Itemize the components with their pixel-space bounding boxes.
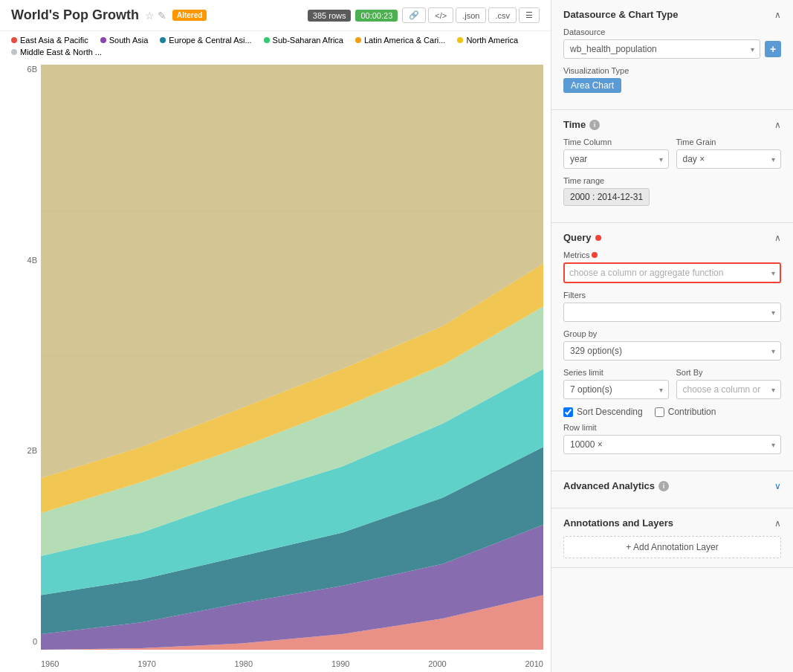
legend-label: Middle East & North ... xyxy=(20,48,102,56)
x-axis-label: 1960 xyxy=(41,659,59,668)
sort-by-field: Sort By choose a column or a... xyxy=(676,368,782,399)
chart-header: World's Pop Growth ☆ ✎ Altered 385 rows … xyxy=(0,0,551,31)
legend-item: Latin America & Cari... xyxy=(355,36,445,45)
time-grain-select[interactable]: day × xyxy=(676,149,782,169)
row-limit-label: Row limit xyxy=(563,423,781,432)
legend-label: East Asia & Pacific xyxy=(20,36,88,45)
y-axis-label: 4B xyxy=(27,256,37,265)
edit-icon[interactable]: ✎ xyxy=(158,10,166,22)
chart-area: 6B4B2B0 196019701980199020002010 xyxy=(0,61,551,672)
query-section-header[interactable]: Query ∧ xyxy=(563,232,781,243)
metrics-field: Metrics choose a column or aggregate fun… xyxy=(563,251,781,283)
title-icons: ☆ ✎ xyxy=(145,10,166,22)
time-range-label: Time range xyxy=(563,176,781,185)
advanced-analytics-header[interactable]: Advanced Analytics i ∨ xyxy=(563,480,781,491)
advanced-analytics-info-icon: i xyxy=(658,481,669,491)
sort-descending-checkbox[interactable] xyxy=(563,407,573,417)
advanced-analytics-title: Advanced Analytics i xyxy=(563,480,669,491)
menu-button[interactable]: ☰ xyxy=(519,7,540,23)
annotations-chevron-icon: ∧ xyxy=(774,518,781,529)
metrics-label: Metrics xyxy=(563,251,781,259)
legend-label: Europe & Central Asi... xyxy=(169,36,251,45)
legend-item: Middle East & North ... xyxy=(11,48,102,56)
legend-label: Latin America & Cari... xyxy=(364,36,445,45)
legend-item: South Asia xyxy=(100,36,149,45)
json-button[interactable]: .json xyxy=(456,7,486,23)
time-range-badge[interactable]: 2000 : 2014-12-31 xyxy=(563,188,650,206)
annotations-section: Annotations and Layers ∧ + Add Annotatio… xyxy=(551,508,793,568)
chart-svg xyxy=(41,65,543,650)
sort-descending-label: Sort Descending xyxy=(577,407,643,417)
time-range-field: Time range 2000 : 2014-12-31 xyxy=(563,176,781,206)
sort-by-select-wrapper: choose a column or a... xyxy=(676,380,782,399)
legend-dot xyxy=(11,49,17,55)
filters-field: Filters xyxy=(563,291,781,322)
filters-label: Filters xyxy=(563,291,781,300)
datasource-section: Datasource & Chart Type ∧ Datasource wb_… xyxy=(551,0,793,110)
legend-item: East Asia & Pacific xyxy=(11,36,88,45)
sort-by-select[interactable]: choose a column or a... xyxy=(676,380,782,399)
sort-by-label: Sort By xyxy=(676,368,782,377)
query-section-title: Query xyxy=(563,232,601,243)
filters-select[interactable] xyxy=(563,303,781,322)
legend-item: Europe & Central Asi... xyxy=(160,36,251,45)
legend-item: North America xyxy=(457,36,518,45)
group-by-field: Group by 329 option(s) xyxy=(563,329,781,361)
viz-type-badge[interactable]: Area Chart xyxy=(563,78,621,93)
row-limit-select-wrapper: 10000 × xyxy=(563,435,781,454)
annotations-section-title: Annotations and Layers xyxy=(563,517,673,529)
x-axis-label: 1980 xyxy=(235,659,253,668)
x-axis-label: 1970 xyxy=(137,659,155,668)
series-limit-select[interactable]: 7 option(s) xyxy=(563,380,669,399)
datasource-select[interactable]: wb_health_population xyxy=(563,39,760,59)
x-axis-label: 2000 xyxy=(428,659,446,668)
viz-type-field: Visualization Type Area Chart xyxy=(563,66,781,93)
time-info-icon: i xyxy=(589,120,600,130)
series-limit-label: Series limit xyxy=(563,368,669,377)
x-axis-labels: 196019701980199020002010 xyxy=(41,659,543,668)
y-axis-label: 6B xyxy=(27,65,37,74)
metrics-select[interactable] xyxy=(563,262,781,283)
query-error-icon xyxy=(595,235,601,241)
code-button[interactable]: </> xyxy=(428,7,453,23)
rows-badge: 385 rows xyxy=(308,10,352,22)
time-section-header[interactable]: Time i ∧ xyxy=(563,119,781,130)
legend-label: North America xyxy=(466,36,518,45)
datasource-section-title: Datasource & Chart Type xyxy=(563,9,678,20)
contribution-checkbox-item[interactable]: Contribution xyxy=(655,407,716,417)
query-section: Query ∧ Metrics choose a column or aggre… xyxy=(551,223,793,471)
add-datasource-button[interactable]: + xyxy=(765,41,781,57)
altered-badge: Altered xyxy=(172,10,207,21)
contribution-checkbox[interactable] xyxy=(655,407,664,417)
action-buttons: 🔗 </> .json .csv ☰ xyxy=(402,7,540,23)
add-annotation-button[interactable]: + Add Annotation Layer xyxy=(563,536,781,558)
group-by-select[interactable]: 329 option(s) xyxy=(563,341,781,361)
controls-panel: Datasource & Chart Type ∧ Datasource wb_… xyxy=(551,0,793,672)
star-icon[interactable]: ☆ xyxy=(145,10,155,22)
legend-label: South Asia xyxy=(109,36,149,45)
time-column-label: Time Column xyxy=(563,138,669,146)
annotations-section-header[interactable]: Annotations and Layers ∧ xyxy=(563,517,781,529)
datasource-row: wb_health_population + xyxy=(563,39,781,59)
datasource-section-header[interactable]: Datasource & Chart Type ∧ xyxy=(563,9,781,20)
csv-button[interactable]: .csv xyxy=(488,7,517,23)
row-limit-select[interactable]: 10000 × xyxy=(563,435,781,454)
filters-select-wrapper xyxy=(563,303,781,322)
sort-descending-checkbox-item[interactable]: Sort Descending xyxy=(563,407,643,417)
legend-dot xyxy=(160,37,166,43)
legend-label: Sub-Saharan Africa xyxy=(273,36,343,45)
time-badge: 00:00:23 xyxy=(355,10,398,22)
query-chevron-icon: ∧ xyxy=(774,233,781,243)
metrics-error-icon xyxy=(592,252,598,258)
datasource-select-wrapper: wb_health_population xyxy=(563,39,760,59)
viz-type-label: Visualization Type xyxy=(563,66,781,75)
time-column-select[interactable]: year xyxy=(563,149,669,169)
x-axis-label: 1990 xyxy=(331,659,349,668)
legend-dot xyxy=(11,37,17,43)
link-button[interactable]: 🔗 xyxy=(402,7,426,23)
chart-title: World's Pop Growth xyxy=(11,7,139,23)
y-axis-label: 0 xyxy=(33,637,37,646)
datasource-field: Datasource wb_health_population + xyxy=(563,28,781,59)
series-sort-row: Series limit 7 option(s) Sort By choose … xyxy=(563,368,781,407)
time-grain-field: Time Grain day × xyxy=(676,138,782,169)
